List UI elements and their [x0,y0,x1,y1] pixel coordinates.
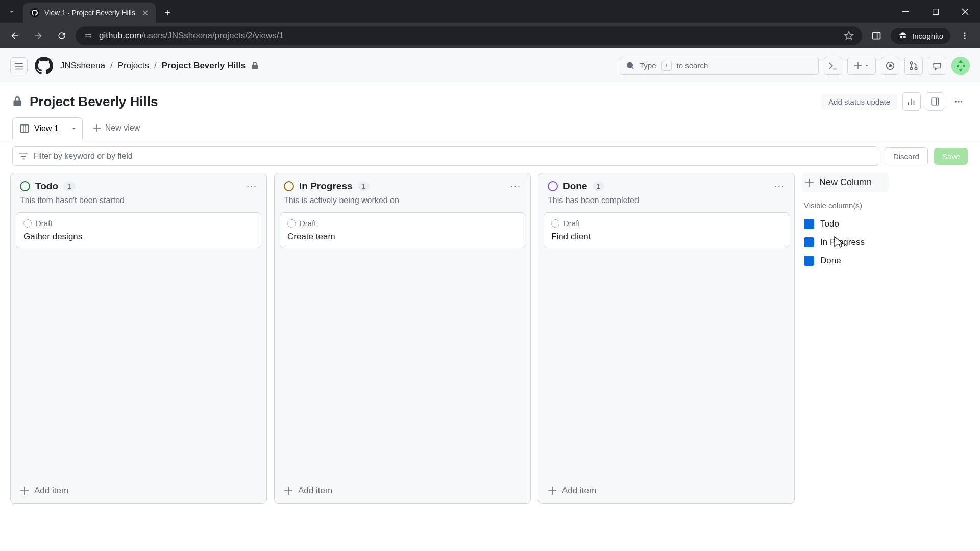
pull-requests-button[interactable] [904,57,923,75]
svg-point-11 [910,62,913,64]
notifications-button[interactable] [928,57,946,75]
nav-forward-button[interactable] [29,26,48,45]
card[interactable]: Draft Create team [280,212,525,248]
address-bar[interactable]: github.com/users/JNSsheena/projects/2/vi… [76,26,862,45]
svg-point-3 [89,36,91,38]
project-menu-button[interactable] [949,92,968,111]
card-title: Create team [287,232,518,242]
search-icon [626,62,634,70]
column-count: 1 [358,182,370,191]
board-column: In Progress 1 ··· This is actively being… [274,173,531,504]
filter-icon [19,152,28,161]
add-item-button[interactable]: Add item [538,478,794,503]
view-tab-active[interactable]: View 1 [12,117,83,139]
filter-input-wrap[interactable] [12,146,878,166]
svg-point-7 [964,35,966,37]
browser-tab-active[interactable]: View 1 · Project Beverly Hills ✕ [23,3,156,23]
filter-bar: Discard Save [0,139,980,173]
card-draft-badge: Draft [551,219,781,228]
tab-close-icon[interactable]: ✕ [142,8,149,18]
slash-key-hint: / [662,61,672,71]
column-header: Done 1 ··· [538,173,794,194]
draft-circle-icon [551,219,559,228]
window-close[interactable] [950,0,980,23]
url-text: github.com/users/JNSsheena/projects/2/vi… [99,31,284,41]
draft-circle-icon [287,219,296,228]
project-details-button[interactable] [926,92,944,111]
column-count: 1 [593,182,605,191]
column-menu-button[interactable]: ··· [774,181,785,192]
card-title: Find client [551,232,781,242]
discard-button[interactable]: Discard [885,147,928,165]
new-tab-button[interactable]: + [159,4,176,21]
visible-column-item[interactable]: Done [802,252,889,270]
plus-icon [805,178,814,187]
filter-input[interactable] [33,152,872,161]
add-item-button[interactable]: Add item [275,478,530,503]
kanban-board: Todo 1 ··· This item hasn't been started… [0,173,980,514]
visible-columns-label: Visible column(s) [804,201,889,210]
new-view-button[interactable]: New view [86,119,147,137]
hamburger-menu-button[interactable] [10,57,28,74]
column-description: This is actively being worked on [275,194,530,212]
board-column: Todo 1 ··· This item hasn't been started… [10,173,267,504]
svg-rect-0 [902,11,909,12]
site-info-button[interactable] [84,31,93,40]
tab-favicon [30,8,39,17]
status-circle-icon [20,181,30,191]
breadcrumb-user[interactable]: JNSsheena [60,61,105,71]
incognito-indicator[interactable]: Incognito [891,28,950,44]
project-title-bar: Project Beverly Hills Add status update [0,83,980,111]
checkbox-checked-icon [804,219,814,229]
svg-rect-4 [873,32,880,39]
github-header: JNSsheena / Projects / Project Beverly H… [0,48,980,83]
card[interactable]: Draft Gather designs [16,212,261,248]
status-circle-icon [548,181,558,191]
svg-rect-14 [951,57,970,75]
lock-icon [251,62,259,70]
breadcrumb-projects[interactable]: Projects [118,61,149,71]
side-panel-button[interactable] [866,26,887,45]
global-search-input[interactable]: Type / to search [620,57,819,75]
svg-point-13 [915,67,917,70]
save-button[interactable]: Save [934,148,968,165]
column-description: This item hasn't been started [11,194,266,212]
command-palette-button[interactable] [824,57,842,75]
column-title: Todo [35,181,58,192]
bookmark-star-icon[interactable] [844,31,854,41]
view-tabs: View 1 New view [0,111,980,139]
checkbox-checked-icon [804,237,814,247]
add-item-button[interactable]: Add item [11,478,266,503]
insights-button[interactable] [902,92,921,111]
view-tab-dropdown[interactable] [66,122,78,135]
window-maximize[interactable] [921,0,950,23]
browser-tab-strip: View 1 · Project Beverly Hills ✕ + [0,0,980,23]
status-circle-icon [284,181,294,191]
add-status-update-button[interactable]: Add status update [821,94,897,110]
svg-point-17 [955,101,957,102]
nav-reload-button[interactable] [52,26,71,45]
svg-rect-20 [21,125,29,133]
card-draft-badge: Draft [23,219,254,228]
breadcrumb-current: Project Beverly Hills [162,61,246,71]
card[interactable]: Draft Find client [544,212,789,248]
svg-rect-1 [933,9,939,14]
browser-menu-button[interactable] [954,26,975,45]
column-menu-button[interactable]: ··· [247,181,257,192]
nav-back-button[interactable] [5,26,24,45]
issues-button[interactable] [881,57,899,75]
create-new-button[interactable] [847,57,876,75]
svg-point-6 [964,32,966,34]
visible-column-item[interactable]: Todo [802,215,889,233]
user-avatar[interactable] [951,57,970,75]
column-menu-button[interactable]: ··· [510,181,521,192]
github-logo-icon[interactable] [35,57,53,75]
window-controls [891,0,980,23]
breadcrumb: JNSsheena / Projects / Project Beverly H… [60,61,259,71]
column-count: 1 [63,182,76,191]
card-title: Gather designs [23,232,254,242]
window-minimize[interactable] [891,0,921,23]
visible-column-item[interactable]: In Progress [802,233,889,252]
new-column-button[interactable]: New Column [802,173,889,192]
tab-search-button[interactable] [0,0,23,23]
